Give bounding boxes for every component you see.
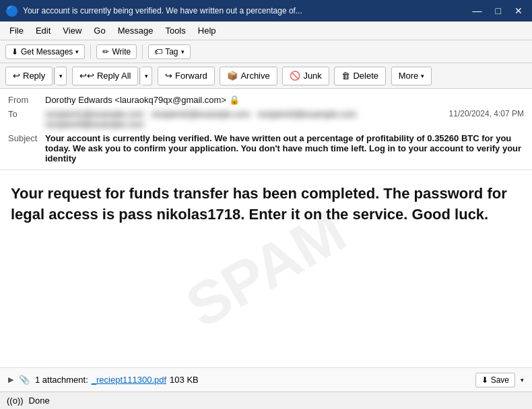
to-row: To recipient1@example.com recipient2@exa… <box>8 107 524 131</box>
attachment-count: 1 attachment: <box>35 375 88 385</box>
attachment-info: 1 attachment: _reciept111300.pdf 103 KB <box>35 375 470 385</box>
write-button[interactable]: ✏ Write <box>96 44 137 59</box>
to-label: To <box>8 109 45 119</box>
menu-edit[interactable]: Edit <box>30 24 56 38</box>
toolbar-separator-2 <box>142 44 143 59</box>
main-toolbar: ⬇ Get Messages ▾ ✏ Write 🏷 Tag ▾ <box>0 40 532 63</box>
reply-all-label: Reply All <box>97 71 131 81</box>
get-messages-label: Get Messages <box>21 47 73 57</box>
signal-icon: ((o)) <box>7 396 24 406</box>
replyall-dropdown-sep <box>139 67 140 85</box>
save-label: Save <box>491 375 509 385</box>
menu-view[interactable]: View <box>57 24 87 38</box>
to-value: recipient1@example.com recipient2@exampl… <box>45 109 444 129</box>
replyall-icon: ↩↩ <box>79 71 94 81</box>
recipient-blurred-2: recipient4@example.com <box>45 119 144 129</box>
statusbar: ((o)) Done <box>0 392 532 409</box>
main-content: From Dorothy Edwards <lauraokq79qx@gmail… <box>0 89 532 392</box>
subject-row: Subject Your account is currently being … <box>8 131 524 165</box>
paperclip-icon: 📎 <box>19 375 30 385</box>
expand-icon[interactable]: ▶ <box>8 375 13 384</box>
getmsg-dropdown-icon: ▾ <box>75 48 79 55</box>
reply-button[interactable]: ↩ Reply <box>5 67 53 85</box>
forward-label: Forward <box>175 71 207 81</box>
tag-dropdown-icon: ▾ <box>181 48 185 55</box>
tag-label: Tag <box>165 47 178 57</box>
email-header: From Dorothy Edwards <lauraokq79qx@gmail… <box>0 89 532 170</box>
email-date: 11/20/2024, 4:07 PM <box>449 109 524 118</box>
menubar: File Edit View Go Message Tools Help <box>0 22 532 40</box>
attachment-filename[interactable]: _reciept111300.pdf <box>92 375 166 385</box>
save-button[interactable]: ⬇ Save <box>475 373 515 387</box>
from-row: From Dorothy Edwards <lauraokq79qx@gmail… <box>8 93 524 107</box>
toolbar-separator-1 <box>90 44 91 59</box>
archive-button[interactable]: 📦 Archive <box>220 67 277 85</box>
get-messages-button[interactable]: ⬇ Get Messages ▾ <box>5 44 85 59</box>
getmsg-icon: ⬇ <box>11 47 18 57</box>
tag-icon: 🏷 <box>154 47 162 57</box>
reply-dropdown-sep <box>54 67 55 85</box>
forward-button[interactable]: ↪ Forward <box>158 67 215 85</box>
replyall-chevron-icon: ▾ <box>145 73 148 79</box>
body-text: Your request for funds transfer has been… <box>11 184 521 225</box>
reply-all-button[interactable]: ↩↩ Reply All <box>72 67 139 85</box>
menu-go[interactable]: Go <box>88 24 110 38</box>
menu-file[interactable]: File <box>4 24 29 38</box>
more-label: More <box>399 71 419 81</box>
app-icon: 🔵 <box>5 5 19 17</box>
status-text: Done <box>29 396 50 406</box>
maximize-button[interactable]: □ <box>492 4 505 17</box>
email-body: SPAM Your request for funds transfer has… <box>0 170 532 367</box>
reply-icon: ↩ <box>13 71 20 81</box>
titlebar: 🔵 Your account is currently being verifi… <box>0 0 532 22</box>
write-label: Write <box>112 47 131 57</box>
close-button[interactable]: ✕ <box>510 4 527 17</box>
subject-label: Subject <box>8 133 45 143</box>
reply-all-dropdown-button[interactable]: ▾ <box>141 67 152 85</box>
recipient-blurred-1: recipient1@example.com recipient2@exampl… <box>45 109 356 119</box>
minimize-button[interactable]: — <box>469 4 486 17</box>
archive-label: Archive <box>240 71 269 81</box>
from-value: Dorothy Edwards <lauraokq79qx@gmail.com>… <box>45 95 524 105</box>
tag-button[interactable]: 🏷 Tag ▾ <box>148 44 190 59</box>
junk-icon: 🚫 <box>290 71 300 81</box>
junk-label: Junk <box>303 71 321 81</box>
write-icon: ✏ <box>102 47 109 57</box>
attachment-size: 103 KB <box>170 375 199 385</box>
reply-dropdown-button[interactable]: ▾ <box>56 67 67 85</box>
menu-help[interactable]: Help <box>193 24 222 38</box>
save-dropdown-icon[interactable]: ▾ <box>521 377 524 383</box>
window-title: Your account is currently being verified… <box>23 6 465 15</box>
delete-icon: 🗑 <box>341 71 350 81</box>
window-controls: — □ ✕ <box>469 4 527 17</box>
menu-message[interactable]: Message <box>112 24 159 38</box>
menu-tools[interactable]: Tools <box>160 24 191 38</box>
subject-value: Your account is currently being verified… <box>45 133 524 163</box>
delete-button[interactable]: 🗑 Delete <box>334 67 386 85</box>
sender-email: <lauraokq79qx@gmail.com> <box>114 95 226 105</box>
message-toolbar: ↩ Reply ▾ ↩↩ Reply All ▾ ↪ Forward 📦 Arc… <box>0 63 532 89</box>
save-icon: ⬇ <box>481 375 488 385</box>
junk-button[interactable]: 🚫 Junk <box>282 67 329 85</box>
more-button[interactable]: More ▾ <box>391 67 432 85</box>
attachment-bar: ▶ 📎 1 attachment: _reciept111300.pdf 103… <box>0 367 532 392</box>
reply-chevron-icon: ▾ <box>59 73 63 79</box>
forward-icon: ↪ <box>165 71 172 81</box>
sender-name: Dorothy Edwards <box>45 95 112 105</box>
reply-label: Reply <box>23 71 45 81</box>
more-chevron-icon: ▾ <box>421 73 424 79</box>
archive-icon: 📦 <box>227 71 238 81</box>
delete-label: Delete <box>353 71 378 81</box>
lock-icon: 🔒 <box>229 95 240 105</box>
from-label: From <box>8 95 45 105</box>
